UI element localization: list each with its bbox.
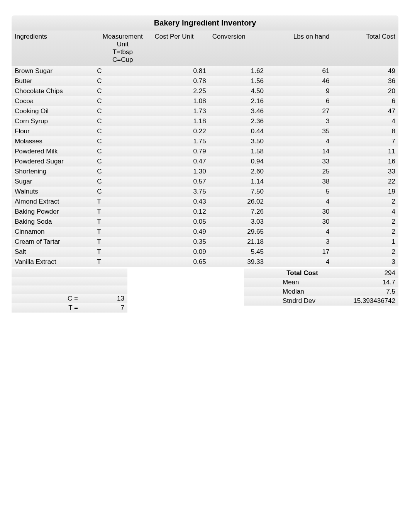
cell-unit: T xyxy=(94,237,151,247)
cell-conversion: 1.62 xyxy=(209,66,267,76)
cell-conversion: 39.33 xyxy=(209,257,267,267)
cell-total: 11 xyxy=(332,146,398,156)
table-row: Vanilla ExtractT0.6539.3343 xyxy=(12,257,398,267)
summary-median-value: 7.5 xyxy=(321,287,398,296)
header-measurement-line1: Measurement xyxy=(103,33,143,40)
cell-conversion: 21.18 xyxy=(209,237,267,247)
table-row: Corn SyrupC1.182.3634 xyxy=(12,116,398,126)
cell-ingredient: Cream of Tartar xyxy=(12,237,94,247)
cell-unit: T xyxy=(94,247,151,257)
cell-unit: C xyxy=(94,116,151,126)
summary-stndrd-dev-row: Stndrd Dev 15.393436742 xyxy=(244,296,398,306)
cell-ingredient: Baking Soda xyxy=(12,217,94,227)
cell-total: 47 xyxy=(332,106,398,116)
cell-ingredient: Butter xyxy=(12,76,94,86)
cell-total: 2 xyxy=(332,227,398,237)
cell-unit: C xyxy=(94,86,151,96)
cell-cost: 3.75 xyxy=(151,187,209,197)
cell-ingredient: Vanilla Extract xyxy=(12,257,94,267)
cell-unit: C xyxy=(94,76,151,86)
cell-lbs: 30 xyxy=(267,217,333,227)
cell-conversion: 3.03 xyxy=(209,217,267,227)
cell-cost: 0.35 xyxy=(151,237,209,247)
header-lbs-on-hand: Lbs on hand xyxy=(267,31,333,66)
cell-total: 2 xyxy=(332,247,398,257)
cell-ingredient: Corn Syrup xyxy=(12,116,94,126)
cell-conversion: 2.16 xyxy=(209,96,267,106)
cell-total: 8 xyxy=(332,126,398,136)
inventory-table: Ingredients Measurement Unit T=tbsp C=Cu… xyxy=(12,31,398,267)
legend-c-label: C = xyxy=(12,294,81,303)
inventory-table-container: Bakery Ingredient Inventory Ingredients … xyxy=(12,15,398,313)
table-row: Baking PowderT0.127.26304 xyxy=(12,207,398,217)
cell-lbs: 61 xyxy=(267,66,333,76)
table-row: Cooking OilC1.733.462747 xyxy=(12,106,398,116)
cell-lbs: 9 xyxy=(267,86,333,96)
table-row: WalnutsC3.757.50519 xyxy=(12,187,398,197)
cell-total: 16 xyxy=(332,156,398,167)
cell-cost: 0.78 xyxy=(151,76,209,86)
cell-lbs: 30 xyxy=(267,207,333,217)
cell-cost: 0.47 xyxy=(151,156,209,167)
cell-total: 7 xyxy=(332,136,398,146)
table-row: FlourC0.220.44358 xyxy=(12,126,398,136)
cell-conversion: 1.56 xyxy=(209,76,267,86)
cell-lbs: 17 xyxy=(267,247,333,257)
cell-cost: 0.79 xyxy=(151,146,209,156)
table-row: Almond ExtractT0.4326.0242 xyxy=(12,197,398,207)
cell-unit: C xyxy=(94,96,151,106)
cell-cost: 0.43 xyxy=(151,197,209,207)
cell-total: 4 xyxy=(332,116,398,126)
cell-conversion: 7.26 xyxy=(209,207,267,217)
cell-cost: 0.22 xyxy=(151,126,209,136)
cell-total: 2 xyxy=(332,217,398,227)
summary-total-cost-value: 294 xyxy=(321,269,398,278)
cell-unit: T xyxy=(94,227,151,237)
table-row: SugarC0.571.143822 xyxy=(12,177,398,187)
cell-total: 4 xyxy=(332,207,398,217)
cell-conversion: 29.65 xyxy=(209,227,267,237)
cell-lbs: 4 xyxy=(267,257,333,267)
header-conversion: Conversion xyxy=(209,31,267,66)
table-row: ShorteningC1.302.602533 xyxy=(12,167,398,177)
cell-total: 33 xyxy=(332,167,398,177)
cell-ingredient: Chocolate Chips xyxy=(12,86,94,96)
summary-stndrd-dev-label: Stndrd Dev xyxy=(244,296,321,306)
cell-conversion: 7.50 xyxy=(209,187,267,197)
cell-unit: T xyxy=(94,217,151,227)
cell-ingredient: Walnuts xyxy=(12,187,94,197)
cell-conversion: 2.60 xyxy=(209,167,267,177)
cell-total: 49 xyxy=(332,66,398,76)
cell-conversion: 1.58 xyxy=(209,146,267,156)
table-row: ButterC0.781.564636 xyxy=(12,76,398,86)
cell-ingredient: Powdered Sugar xyxy=(12,156,94,167)
table-row: MolassesC1.753.5047 xyxy=(12,136,398,146)
cell-conversion: 1.14 xyxy=(209,177,267,187)
summary-total-cost-label: Total Cost xyxy=(244,269,321,278)
cell-ingredient: Almond Extract xyxy=(12,197,94,207)
cell-cost: 1.18 xyxy=(151,116,209,126)
header-ingredients: Ingredients xyxy=(12,31,94,66)
summary-mean-row: Mean 14.7 xyxy=(244,278,398,287)
cell-conversion: 26.02 xyxy=(209,197,267,207)
table-row: Powdered SugarC0.470.943316 xyxy=(12,156,398,167)
cell-conversion: 3.46 xyxy=(209,106,267,116)
cell-conversion: 3.50 xyxy=(209,136,267,146)
cell-cost: 0.09 xyxy=(151,247,209,257)
cell-unit: C xyxy=(94,126,151,136)
cell-ingredient: Sugar xyxy=(12,177,94,187)
cell-unit: C xyxy=(94,66,151,76)
cell-ingredient: Flour xyxy=(12,126,94,136)
cell-lbs: 35 xyxy=(267,126,333,136)
cell-lbs: 14 xyxy=(267,146,333,156)
cell-unit: C xyxy=(94,156,151,167)
legend-row-c: C = 13 xyxy=(12,294,127,303)
summary-median-row: Median 7.5 xyxy=(244,287,398,296)
table-body: Brown SugarC0.811.626149ButterC0.781.564… xyxy=(12,66,398,267)
table-row: Powdered MilkC0.791.581411 xyxy=(12,146,398,156)
table-row: CocoaC1.082.1666 xyxy=(12,96,398,106)
legend-section: C = 13 T = 7 xyxy=(12,269,127,313)
cell-cost: 2.25 xyxy=(151,86,209,96)
cell-lbs: 4 xyxy=(267,197,333,207)
cell-conversion: 0.94 xyxy=(209,156,267,167)
